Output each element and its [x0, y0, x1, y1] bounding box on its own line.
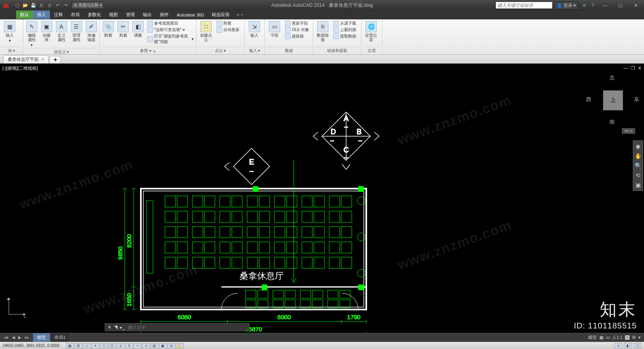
toggle-qp[interactable]: ▣ [159, 343, 167, 349]
tab-insert[interactable]: 插入 [33, 10, 50, 19]
app-logo-icon[interactable] [2, 1, 10, 10]
panel-title-reference[interactable]: 参照 ▾ ↘ [101, 47, 194, 54]
nav-orbit-icon[interactable]: ⟲ [636, 172, 640, 179]
manage-attr-button[interactable]: ☰管理属性 [70, 20, 83, 43]
cmd-recent-icon[interactable]: ◥ [114, 324, 118, 330]
vp-restore-icon[interactable]: ❐ [631, 65, 635, 71]
toggle-sc[interactable]: ◎ [167, 343, 175, 349]
tab-view[interactable]: 视图 [105, 10, 122, 19]
toggle-ortho[interactable]: ⊥ [83, 343, 91, 349]
nav-zoom-icon[interactable]: 🔍 [635, 162, 642, 169]
viewcube-w[interactable]: 西 [586, 96, 591, 103]
toggle-polar[interactable]: ✶ [91, 343, 99, 349]
lt-last-icon[interactable]: ⏭ [23, 334, 31, 341]
upload-src-button[interactable]: 上载到源 [332, 27, 357, 33]
nav-wheel-icon[interactable]: ◉ [636, 143, 640, 150]
close-tab-icon[interactable]: ✕ [41, 57, 44, 62]
lt-prev-icon[interactable]: ◀ [10, 334, 17, 341]
tab-featured[interactable]: 精选应用 [208, 10, 233, 19]
panel-title-blockdef[interactable]: 块定义 ▾ [25, 48, 98, 56]
saveas-icon[interactable]: ⎘ [38, 2, 45, 9]
open-icon[interactable]: 📂 [22, 2, 29, 9]
status-viewport-icon[interactable]: ▭ [606, 335, 610, 340]
import-button[interactable]: ⇲输入 [246, 20, 262, 38]
extract-data-button[interactable]: 提取数据 [332, 33, 357, 39]
create-pc-button[interactable]: ∷创建点云 [198, 20, 214, 43]
update-field-button[interactable]: 更新字段 [284, 20, 310, 27]
tab-default[interactable]: 默认 [16, 10, 33, 19]
tab-layout[interactable]: 布局 [67, 10, 84, 19]
viewcube[interactable]: 北 南 西 东 上 [588, 76, 637, 124]
undo-icon[interactable]: ↶ [54, 2, 61, 9]
panel-title-block[interactable]: 块 ▾ [2, 47, 21, 54]
toggle-clean[interactable]: ▢ [634, 343, 642, 349]
maximize-button[interactable]: ▢ [613, 1, 627, 9]
edit-attr-button[interactable]: ✎编辑属性▾ [25, 20, 38, 48]
command-input[interactable] [128, 325, 232, 330]
toggle-snap[interactable]: ▦ [66, 343, 74, 349]
hyperlink-button[interactable]: 超链接 [284, 33, 310, 39]
exchange-icon[interactable]: ✕ [580, 2, 588, 9]
viewcube-s[interactable]: 南 [609, 118, 615, 126]
toggle-3dosnap[interactable]: ◫ [108, 343, 116, 349]
vp-minimize-icon[interactable]: — [623, 65, 628, 71]
status-tray-icon[interactable]: ▾ [638, 335, 641, 340]
field-button[interactable]: ▭字段 [266, 20, 283, 38]
ucs-icon[interactable]: YX [6, 297, 26, 318]
save-icon[interactable]: 💾 [30, 2, 37, 9]
frames-vary-button[interactable]: *边框可变选项* ▾ [147, 27, 194, 33]
tab-output[interactable]: 输出 [139, 10, 156, 19]
viewport-label[interactable]: [-][俯视][二维线框] [2, 65, 38, 71]
panel-title-data[interactable]: 数据 [266, 47, 311, 54]
vp-close-icon[interactable]: ✕ [638, 65, 642, 71]
tab-a360[interactable]: Autodesk 360 [173, 11, 208, 19]
toggle-otrack[interactable]: ∠ [117, 343, 125, 349]
viewcube-e[interactable]: 东 [634, 96, 639, 103]
adjust-button[interactable]: ◧调整 [132, 20, 145, 38]
status-model-button[interactable]: 模型 [588, 334, 597, 341]
signin-button[interactable]: 👤登录▾ [554, 1, 579, 10]
ole-button[interactable]: OLE 对象 [284, 27, 310, 33]
lt-next-icon[interactable]: ▶ [17, 334, 23, 341]
workspace-selector[interactable]: ⚙ 草图与注释 ▾ [72, 2, 104, 9]
status-annoscale-icon[interactable]: 🅰 [625, 335, 630, 340]
cmd-close-icon[interactable]: ✕ [107, 324, 111, 330]
file-tab-active[interactable]: 桑拿休息厅平面✕ [3, 55, 49, 63]
toggle-grid[interactable]: ⊞ [74, 343, 83, 349]
tab-annotate[interactable]: 注释 [50, 10, 67, 19]
help-search-input[interactable] [496, 2, 552, 8]
panel-title-import[interactable]: 输入 ▾ [246, 47, 263, 54]
toggle-iso[interactable]: ◧ [624, 343, 632, 349]
datalink-button[interactable]: ⎘数据链接 [315, 20, 331, 43]
status-scale[interactable]: 人1:1 [612, 334, 623, 341]
toggle-osnap[interactable]: ◻ [100, 343, 108, 349]
download-src-button[interactable]: 从源下载 [332, 20, 357, 27]
create-block-button[interactable]: ▣创建块 [40, 20, 53, 43]
pc-autoupdate-button[interactable]: 自动更新 [216, 27, 240, 33]
toggle-ducs[interactable]: ↯ [125, 343, 133, 349]
panel-title-pointcloud[interactable]: 点云 ▾ [198, 47, 243, 54]
ribbon-expand-icon[interactable]: ■ ▾ [233, 12, 246, 17]
panel-title-location[interactable]: 位置 [363, 47, 380, 54]
pc-attach-button[interactable]: 附着 [216, 20, 240, 27]
close-button[interactable]: ✕ [629, 1, 642, 9]
set-location-button[interactable]: 🌐设置位置 [363, 20, 379, 43]
block-editor-button[interactable]: ✐块编辑器 [85, 20, 98, 43]
viewcube-face[interactable]: 上 [603, 90, 623, 110]
snap-underlay-button[interactable]: 打开"捕捉到参考底图"功能 ▾ [147, 33, 194, 45]
tab-manage[interactable]: 管理 [122, 10, 139, 19]
tab-plugins[interactable]: 插件 [156, 10, 173, 19]
underlay-layers-button[interactable]: 参考底图图层 [147, 20, 194, 27]
panel-title-linking[interactable]: 链接和提取 [315, 47, 359, 54]
toggle-tpy[interactable]: ▤ [151, 343, 159, 349]
drawing-viewport[interactable]: [-][俯视][二维线框] — ❐ ✕ www.znzmo.com www.zn… [0, 64, 644, 333]
plot-icon[interactable]: ⎙ [46, 2, 53, 9]
redo-icon[interactable]: ↷ [62, 2, 69, 9]
help-icon[interactable]: ? [589, 2, 597, 9]
new-icon[interactable]: ▢ [14, 2, 21, 9]
nav-showmotion-icon[interactable]: ▣ [636, 182, 641, 188]
toggle-lwt[interactable]: ≡ [142, 343, 150, 349]
status-grid-icon[interactable]: ▦ [599, 335, 603, 340]
toggle-hw[interactable]: ⎚ [614, 343, 622, 349]
define-attr-button[interactable]: A定义属性 [55, 20, 68, 43]
